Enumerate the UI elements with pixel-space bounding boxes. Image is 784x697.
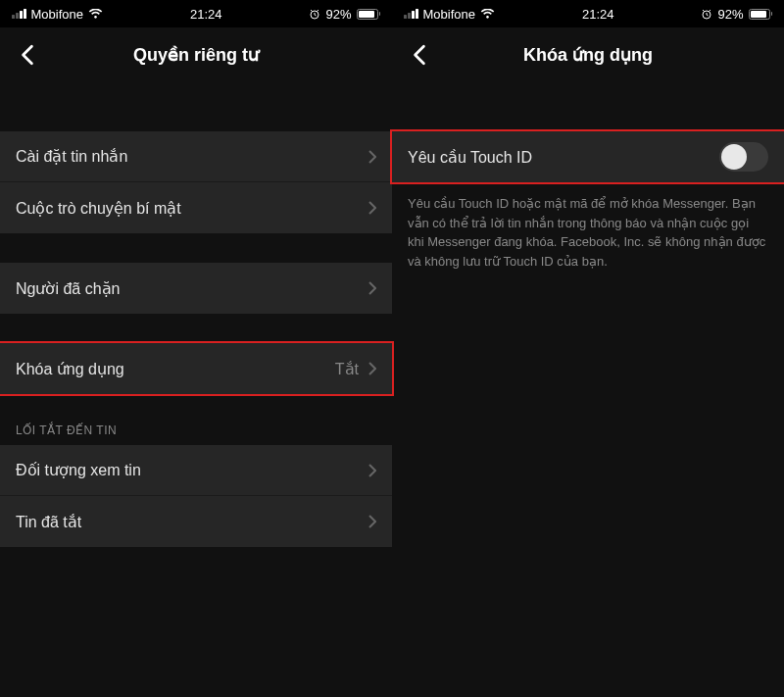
section-header-story-shortcuts: LỐI TẮT ĐẾN TIN xyxy=(0,423,392,445)
alarm-icon xyxy=(309,8,320,20)
carrier-label: Mobifone xyxy=(31,7,83,22)
row-label: Đối tượng xem tin xyxy=(16,461,141,479)
chevron-right-icon xyxy=(368,515,376,528)
nav-header: Khóa ứng dụng xyxy=(392,27,784,82)
nav-header: Quyền riêng tư xyxy=(0,27,392,82)
row-app-lock[interactable]: Khóa ứng dụng Tắt xyxy=(0,343,392,394)
touch-id-toggle[interactable] xyxy=(719,142,768,172)
row-value: Tắt xyxy=(335,360,359,378)
screen-privacy: Mobifone 21:24 92% Quyền riêng tư xyxy=(0,0,392,697)
chevron-right-icon xyxy=(368,281,376,295)
back-button[interactable] xyxy=(10,37,45,73)
row-secret-conversations[interactable]: Cuộc trò chuyện bí mật xyxy=(0,182,392,233)
signal-icon xyxy=(404,9,418,19)
row-label: Yêu cầu Touch ID xyxy=(408,148,532,167)
status-bar: Mobifone 21:24 92% xyxy=(392,0,784,27)
back-button[interactable] xyxy=(402,37,437,73)
touch-id-description: Yêu cầu Touch ID hoặc mật mã để mở khóa … xyxy=(392,182,784,282)
battery-icon xyxy=(749,9,773,20)
row-label: Tin đã tắt xyxy=(16,513,81,531)
row-blocked-people[interactable]: Người đã chặn xyxy=(0,263,392,314)
row-story-audience[interactable]: Đối tượng xem tin xyxy=(0,445,392,496)
row-label: Cài đặt tin nhắn xyxy=(16,147,127,166)
status-time: 21:24 xyxy=(582,7,614,22)
carrier-label: Mobifone xyxy=(423,7,475,22)
row-require-touch-id[interactable]: Yêu cầu Touch ID xyxy=(392,131,784,182)
wifi-icon xyxy=(480,9,495,20)
battery-pct: 92% xyxy=(325,7,351,22)
chevron-right-icon xyxy=(368,362,376,375)
signal-icon xyxy=(12,9,26,19)
chevron-right-icon xyxy=(368,464,376,477)
battery-pct: 92% xyxy=(717,7,743,22)
alarm-icon xyxy=(701,8,712,20)
status-time: 21:24 xyxy=(190,7,222,22)
page-title: Quyền riêng tư xyxy=(0,44,392,66)
row-label: Người đã chặn xyxy=(16,279,121,298)
wifi-icon xyxy=(88,9,103,20)
row-label: Khóa ứng dụng xyxy=(16,360,124,378)
chevron-right-icon xyxy=(368,150,376,164)
page-title: Khóa ứng dụng xyxy=(392,44,784,66)
screen-app-lock: Mobifone 21:24 92% Khóa ứng dụng xyxy=(392,0,784,697)
status-bar: Mobifone 21:24 92% xyxy=(0,0,392,27)
battery-icon xyxy=(357,9,381,20)
row-message-settings[interactable]: Cài đặt tin nhắn xyxy=(0,131,392,182)
row-muted-stories[interactable]: Tin đã tắt xyxy=(0,496,392,547)
chevron-right-icon xyxy=(368,201,376,215)
row-label: Cuộc trò chuyện bí mật xyxy=(16,199,181,218)
